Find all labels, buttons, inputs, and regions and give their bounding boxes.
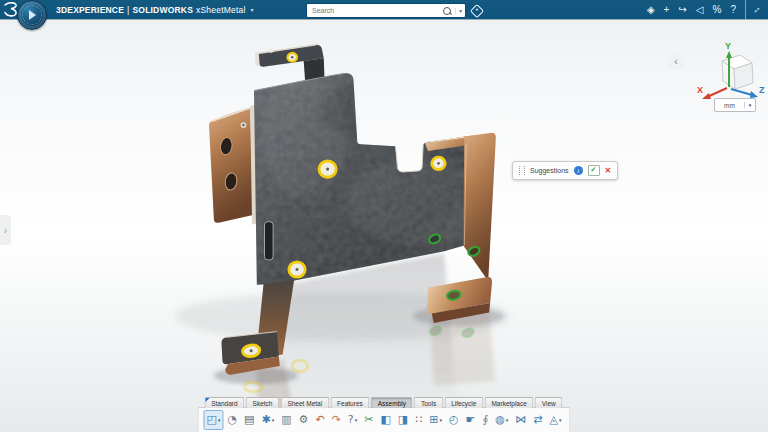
add-icon[interactable]: +	[664, 0, 670, 19]
new-icon[interactable]: ◰ ▾	[203, 410, 223, 430]
platform-title: 3DEXPERIENCE	[56, 5, 124, 15]
share-icon[interactable]: ↪	[678, 0, 686, 19]
axis-y-label: Y	[725, 41, 731, 51]
mate-icon[interactable]: ⋈ ▾	[512, 410, 529, 430]
chevron-down-icon: ▾	[744, 102, 755, 108]
action-bar: Standard Sketch Sheet Metal Features Ass…	[197, 397, 570, 432]
right-panel-expander[interactable]: ‹	[668, 53, 684, 69]
highlight-hole-upper-right[interactable]	[432, 157, 445, 169]
drag-component-icon[interactable]: ☛ ▾	[463, 410, 479, 430]
search-box: ▾	[306, 3, 466, 18]
axis-z-label: Z	[759, 85, 765, 95]
drag-handle[interactable]	[519, 166, 525, 175]
chevron-down-icon: ▾	[251, 6, 254, 13]
smart-fastener-icon[interactable]: ◴ ▾	[446, 410, 462, 430]
highlight-reflect-lower-left	[292, 360, 307, 371]
tag-icon[interactable]	[470, 3, 484, 17]
top-bar: 3DEXPERIENCE | SOLIDWORKS xSheetMetal ▾ …	[0, 0, 768, 19]
pattern-icon[interactable]: ∷ ▾	[412, 410, 425, 430]
tab-assembly[interactable]: Assembly	[371, 397, 413, 408]
tab-sketch[interactable]: Sketch	[246, 397, 280, 408]
tab-lifecycle[interactable]: Lifecycle	[444, 397, 483, 408]
viewport-3d[interactable]: › ‹ X Y Z mm ▾ Suggestions i ✓ ✕	[0, 19, 768, 432]
highlight-hole-left-foot[interactable]	[242, 344, 261, 358]
help-icon[interactable]: ? ▾	[345, 410, 360, 430]
accept-suggestion-button[interactable]: ✓	[588, 165, 600, 176]
dropdown-caret-icon: ▾	[506, 417, 509, 423]
dropdown-caret-icon: ▾	[559, 417, 562, 423]
fullscreen-icon[interactable]: ↕	[745, 0, 760, 19]
search-icon[interactable]	[443, 7, 451, 15]
part-right-flange	[463, 133, 496, 281]
options-icon[interactable]: ✱ ▾	[258, 410, 277, 430]
tab-features[interactable]: Features	[330, 397, 370, 408]
suggestions-popup: Suggestions i ✓ ✕	[512, 161, 618, 180]
dropdown-caret-icon: ▾	[439, 417, 442, 423]
open-icon[interactable]: ◔ ▾	[224, 410, 240, 430]
insert-component-icon[interactable]: ◧ ▾	[377, 410, 393, 430]
help-icon[interactable]: ?	[730, 0, 736, 19]
exploded-view-icon[interactable]: ◬ ▾	[547, 410, 565, 430]
web-icon[interactable]: ◍ ▾	[492, 410, 511, 430]
suggestions-label: Suggestions	[530, 167, 569, 174]
view-cube[interactable]: X Y Z	[694, 41, 766, 105]
module-title: xSheetMetal	[196, 5, 245, 15]
measure-icon[interactable]: ✂ ▾	[361, 410, 376, 430]
compass-play-icon	[29, 10, 36, 20]
settings-gear-icon[interactable]: ⚙ ▾	[296, 410, 312, 430]
dropdown-caret-icon: ▾	[355, 417, 358, 423]
highlight-hole-lower-left[interactable]	[289, 262, 305, 277]
units-dropdown[interactable]: mm ▾	[714, 98, 756, 112]
axis-x-label: X	[697, 85, 703, 95]
tab-view[interactable]: View	[535, 397, 563, 408]
active-workbench-marker	[205, 398, 209, 402]
ribbon-toolbar: ◰ ▾ ◔ ▾ ▤ ▾ ✱ ▾ ▥ ▾ ⚙	[197, 407, 570, 432]
app-title-menu[interactable]: 3DEXPERIENCE | SOLIDWORKS xSheetMetal ▾	[56, 5, 254, 15]
tab-standard[interactable]: Standard	[204, 397, 244, 408]
redo-icon[interactable]: ↷ ▾	[329, 410, 344, 430]
title-divider: |	[127, 5, 129, 15]
highlight-reflect-left-foot	[244, 382, 262, 393]
3dexperience-compass-icon[interactable]	[17, 0, 47, 30]
save-icon[interactable]: ▤ ▾	[241, 410, 257, 430]
replace-component-icon[interactable]: ◨ ▾	[395, 410, 411, 430]
highlight-hole-tab[interactable]	[287, 52, 298, 62]
part-left-flange	[209, 108, 253, 223]
app-title: SOLIDWORKS	[132, 5, 193, 15]
tab-marketplace[interactable]: Marketplace	[484, 397, 533, 408]
tab-tools[interactable]: Tools	[414, 397, 443, 408]
highlight-hole-upper-left[interactable]	[319, 161, 336, 177]
units-value: mm	[715, 102, 744, 109]
tab-sheet-metal[interactable]: Sheet Metal	[280, 397, 329, 408]
left-panel-expander[interactable]: ›	[0, 215, 11, 245]
linear-pattern-icon[interactable]: ⊞ ▾	[426, 410, 445, 430]
info-icon[interactable]: i	[574, 166, 583, 175]
ribbon-tabs: Standard Sketch Sheet Metal Features Ass…	[204, 397, 564, 408]
move-component-icon[interactable]: ⇄ ▾	[530, 410, 545, 430]
collaborate-icon[interactable]: ◁	[696, 0, 704, 19]
model-canvas[interactable]	[0, 19, 768, 432]
close-icon[interactable]: ✕	[605, 166, 612, 175]
feedback-icon[interactable]: ◈	[647, 0, 655, 19]
dropdown-caret-icon: ▾	[218, 417, 221, 423]
preferences-icon[interactable]: %	[713, 0, 722, 19]
paperclip-icon[interactable]: ∮ ▾	[479, 410, 491, 430]
search-input[interactable]	[310, 6, 443, 15]
topbar-actions: ◈ + ↪ ◁ % ? ↕	[647, 0, 760, 19]
search-options-chevron-icon[interactable]: ▾	[455, 8, 462, 14]
dropdown-caret-icon: ▾	[272, 417, 275, 423]
undo-icon[interactable]: ↶ ▾	[312, 410, 327, 430]
export-icon[interactable]: ▥ ▾	[278, 410, 294, 430]
